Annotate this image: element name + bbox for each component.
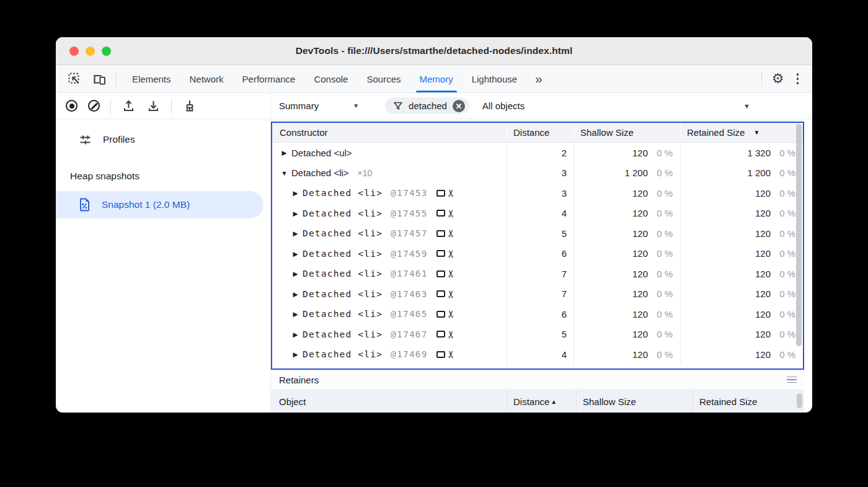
retainers-header-row: Object Distance ▲ Shallow Size Retained … <box>271 390 804 413</box>
constructor-cell: ▶ Detached <li> @17453 ✂ <box>272 183 507 203</box>
tabbar-right-separator <box>761 71 762 86</box>
clear-filter-icon[interactable] <box>453 100 465 112</box>
scissors-icon: ✂ <box>446 330 456 338</box>
column-header-constructor[interactable]: Constructor <box>272 123 507 142</box>
distance-cell: 2 <box>507 143 574 163</box>
shallow-size-cell: 1 200 0 % <box>574 163 680 184</box>
expander-triangle-icon[interactable]: ▶ <box>291 189 299 197</box>
table-row[interactable]: ▼ Detached <li> ×10 3 1 200 0 % 1 200 0 … <box>272 163 803 184</box>
retainers-vertical-scrollbar[interactable] <box>797 393 802 408</box>
expander-triangle-icon[interactable]: ▶ <box>291 210 299 217</box>
object-id: @17457 <box>391 228 428 238</box>
table-row[interactable]: ▶ Detached <li> @17463 ✂ 7 120 0 % 120 0… <box>272 284 803 305</box>
table-row[interactable]: ▶ Detached <li> @17455 ✂ 4 120 0 % 120 0… <box>272 203 803 224</box>
element-box-icon <box>436 290 445 297</box>
retained-size-cell: 120 0 % <box>680 344 803 365</box>
scissors-icon: ✂ <box>446 189 456 197</box>
scissors-icon: ✂ <box>446 290 456 298</box>
distance-cell: 4 <box>507 344 574 365</box>
expander-triangle-icon[interactable]: ▶ <box>280 149 288 156</box>
table-row[interactable]: ▶ Detached <li> @17453 ✂ 3 120 0 % 120 0… <box>272 183 803 203</box>
constructor-cell: ▶ Detached <li> @17465 ✂ <box>272 304 507 324</box>
table-row[interactable]: ▶ Detached <ul> 2 120 0 % 1 320 0 % <box>272 143 803 163</box>
minimize-window-button[interactable] <box>86 47 95 56</box>
shallow-size-cell: 120 0 % <box>574 264 680 284</box>
expander-triangle-icon[interactable]: ▶ <box>291 351 299 358</box>
retained-size-value: 120 <box>755 248 771 259</box>
object-id: @17463 <box>391 289 428 299</box>
retained-size-cell: 120 0 % <box>680 304 803 324</box>
column-header-distance[interactable]: Distance <box>507 123 574 142</box>
zoom-window-button[interactable] <box>102 47 111 56</box>
class-filter-pill[interactable]: detached <box>385 97 469 114</box>
chevron-down-icon: ▼ <box>743 102 750 110</box>
column-header-retainers-distance[interactable]: Distance ▲ <box>507 390 576 413</box>
table-row[interactable]: ▶ Detached <li> @17467 ✂ 5 120 0 % 120 0… <box>272 324 803 345</box>
expander-triangle-icon[interactable]: ▶ <box>291 250 299 257</box>
load-profile-icon[interactable] <box>122 99 136 113</box>
retained-size-cell: 120 0 % <box>680 244 803 264</box>
perspective-select[interactable]: Summary ▼ <box>279 101 359 111</box>
retained-size-cell: 120 0 % <box>680 203 803 224</box>
tab-console[interactable]: Console <box>304 65 357 92</box>
device-toolbar-icon[interactable] <box>91 71 107 87</box>
tab-performance[interactable]: Performance <box>233 65 305 92</box>
clear-profiles-icon[interactable] <box>88 100 100 112</box>
tab-network[interactable]: Network <box>180 65 233 92</box>
table-row[interactable]: ▶ Detached <li> @17459 ✂ 6 120 0 % 120 0… <box>272 244 803 264</box>
shallow-size-percent: 0 % <box>648 309 680 319</box>
shallow-size-value: 120 <box>632 208 648 218</box>
retained-size-value: 120 <box>755 269 771 279</box>
detached-node-icons: ✂ <box>436 208 455 218</box>
window-title: DevTools - file:///Users/stmarthe/detach… <box>296 45 573 56</box>
table-row[interactable]: ▶ Detached <li> @17457 ✂ 5 120 0 % 120 0… <box>272 223 803 244</box>
settings-gear-icon[interactable]: ⚙ <box>772 72 784 86</box>
constructor-cell: ▶ Detached <li> @17459 ✂ <box>272 244 507 264</box>
constructor-name: Detached <li> <box>303 188 383 198</box>
constructor-name: Detached <li> <box>303 329 383 339</box>
hamburger-menu-icon[interactable] <box>787 377 797 383</box>
clean-garbage-broom-icon[interactable] <box>182 99 197 114</box>
sidebar-item-snapshot-1[interactable]: Snapshot 1 (2.0 MB) <box>56 191 264 218</box>
scissors-icon: ✂ <box>446 351 456 359</box>
expander-triangle-icon[interactable]: ▶ <box>291 331 299 338</box>
traffic-lights <box>69 37 111 65</box>
column-header-retained-size[interactable]: Retained Size ▼ <box>680 123 803 142</box>
inspect-element-icon[interactable] <box>67 71 82 87</box>
tab-lighthouse[interactable]: Lighthouse <box>463 65 526 92</box>
table-row[interactable]: ▶ Detached <li> @17461 ✂ 7 120 0 % 120 0… <box>272 264 803 284</box>
tab-elements[interactable]: Elements <box>123 65 180 92</box>
tab-memory[interactable]: Memory <box>410 65 463 92</box>
retained-size-value: 120 <box>755 309 771 319</box>
expander-triangle-icon[interactable]: ▼ <box>280 169 288 177</box>
table-row[interactable]: ▶ Detached <li> @17465 ✂ 6 120 0 % 120 0… <box>272 304 803 324</box>
shallow-size-cell: 120 0 % <box>574 324 680 345</box>
distance-cell: 3 <box>507 163 574 184</box>
tab-sources[interactable]: Sources <box>357 65 410 92</box>
column-header-shallow-size[interactable]: Shallow Size <box>574 123 680 142</box>
expander-triangle-icon[interactable]: ▶ <box>291 270 299 277</box>
object-id: @17459 <box>391 249 428 259</box>
distance-cell: 7 <box>507 284 574 305</box>
expander-triangle-icon[interactable]: ▶ <box>291 290 299 298</box>
grid-vertical-scrollbar[interactable] <box>796 124 802 346</box>
element-box-icon <box>436 210 445 217</box>
save-profile-icon[interactable] <box>146 99 161 113</box>
expander-triangle-icon[interactable]: ▶ <box>291 230 299 237</box>
sidebar-item-profiles[interactable]: Profiles <box>56 127 270 152</box>
retained-size-cell: 120 0 % <box>680 324 803 345</box>
distance-cell: 6 <box>507 244 574 264</box>
expander-triangle-icon[interactable]: ▶ <box>291 310 299 318</box>
close-window-button[interactable] <box>69 47 79 56</box>
record-heap-icon[interactable] <box>66 100 78 112</box>
table-row[interactable]: ▶ Detached <li> @17469 ✂ 4 120 0 % 120 0… <box>272 344 803 365</box>
distance-cell: 7 <box>507 264 574 284</box>
element-box-icon <box>436 351 445 358</box>
column-header-object[interactable]: Object <box>271 390 507 413</box>
more-tabs-button[interactable]: » <box>526 65 551 92</box>
column-header-retainers-retained[interactable]: Retained Size <box>693 390 804 413</box>
objects-filter-select[interactable]: All objects <box>482 101 812 111</box>
kebab-menu-icon[interactable] <box>794 71 802 87</box>
detached-node-icons: ✂ <box>436 228 455 238</box>
column-header-retainers-shallow[interactable]: Shallow Size <box>576 390 693 413</box>
